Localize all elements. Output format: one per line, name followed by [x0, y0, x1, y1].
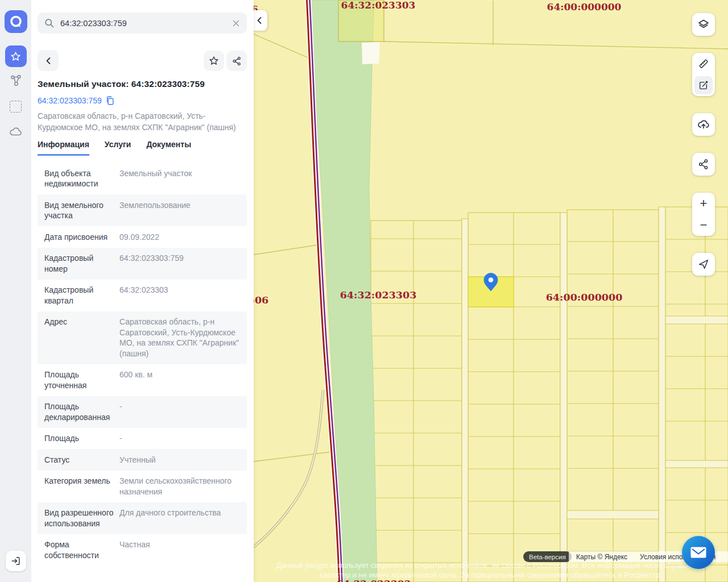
search-icon	[44, 18, 54, 28]
beta-badge: Beta-версия	[523, 551, 572, 562]
info-row: Вид разрешенного использованияДля дачног…	[38, 502, 247, 534]
info-row: Площадь декларированная-	[38, 396, 247, 428]
info-row-value: 09.09.2022	[119, 232, 240, 243]
nspd-logo-icon	[5, 10, 27, 33]
panel-collapse-button[interactable]	[251, 10, 267, 31]
info-row: Площадь уточненная600 кв. м	[38, 364, 247, 396]
copy-icon[interactable]	[106, 96, 114, 105]
chat-button[interactable]	[682, 536, 715, 569]
tab-services[interactable]: Услуги	[105, 140, 131, 156]
ruler-icon	[697, 57, 710, 70]
info-row-label: Кадастровый квартал	[44, 285, 119, 306]
object-address: Саратовская область, р-н Саратовский, Ус…	[38, 110, 242, 133]
info-row: Дата присвоения09.09.2022	[38, 226, 247, 248]
share-object-button[interactable]	[226, 51, 247, 71]
dashed-selection-icon	[10, 101, 22, 113]
edit-icon	[698, 80, 709, 91]
tab-information[interactable]: Информация	[38, 140, 89, 156]
info-row-value: Учтенный	[119, 455, 240, 465]
maps-copyright[interactable]: Карты © Яндекс	[576, 553, 627, 561]
info-row-value: -	[119, 401, 240, 422]
navigation-arrow-icon	[697, 258, 710, 271]
info-row-label: Кадастровый номер	[44, 253, 119, 274]
info-row: Категория земельЗемли сельскохозяйственн…	[38, 471, 247, 502]
layers-icon	[697, 18, 710, 31]
search-input[interactable]	[59, 18, 232, 28]
object-title: Земельный участок: 64:32:023303:759	[38, 79, 247, 89]
quarter-label-mid: 64:32:023303	[340, 289, 417, 301]
layers-button[interactable]	[692, 13, 715, 36]
zoom-in-button[interactable]: +	[692, 193, 715, 214]
chevron-left-icon	[45, 57, 52, 65]
share-icon	[697, 158, 710, 171]
info-row-label: Форма собственности	[44, 539, 119, 560]
plus-icon: +	[700, 197, 708, 210]
info-row-label: Дата присвоения	[44, 232, 119, 243]
locate-button[interactable]	[692, 253, 715, 276]
info-row: Вид объекта недвижимостиЗемельный участо…	[38, 163, 247, 194]
info-row-label: Вид разрешенного использования	[44, 508, 119, 529]
cloud-upload-icon	[697, 118, 710, 131]
info-row: Кадастровый номер64:32:023303:759	[38, 248, 247, 280]
sidebar-item-area-select[interactable]	[5, 98, 27, 115]
sidebar-item-related-objects[interactable]	[5, 72, 27, 89]
clear-search-icon[interactable]	[232, 19, 240, 27]
map-share-button[interactable]	[692, 153, 715, 176]
app-window: 64:32:023303 64:00:000000 06 64:32:02330…	[0, 0, 728, 582]
zoom-out-button[interactable]: −	[692, 214, 715, 236]
info-row-value: Земельный участок	[119, 168, 240, 189]
zone-label: 64:00:000000	[547, 1, 622, 13]
cadastral-map[interactable]: 64:32:023303 64:00:000000 06 64:32:02330…	[254, 0, 728, 582]
info-row-value: 600 кв. м	[119, 369, 240, 390]
info-row-value: Для дачного строительства	[119, 508, 240, 529]
info-row-value: Земли сельскохозяйственного назначения	[119, 476, 240, 497]
object-info-panel: Земельный участок: 64:32:023303:759 64:3…	[31, 0, 254, 582]
info-row-label: Категория земель	[44, 476, 119, 497]
tab-documents[interactable]: Документы	[146, 140, 191, 156]
info-row-label: Статус	[44, 455, 119, 465]
app-sidebar	[0, 0, 31, 582]
back-button[interactable]	[38, 50, 59, 71]
cloud-icon	[9, 125, 23, 138]
envelope-icon	[690, 546, 707, 559]
info-row-label: Площадь декларированная	[44, 401, 119, 422]
info-row: Вид земельного участкаЗемлепользование	[38, 194, 247, 226]
info-row: АдресСаратовская область, р-н Саратовски…	[38, 311, 247, 364]
cadastral-number-link[interactable]: 64:32:023303:759	[38, 96, 102, 105]
sign-in-button[interactable]	[6, 551, 26, 571]
quarter-label: 64:32:023303	[341, 0, 416, 11]
info-row-label: Адрес	[44, 317, 119, 359]
info-row: Площадь-	[38, 428, 247, 450]
search-bar[interactable]	[38, 13, 247, 34]
cadastral-number-link-row: 64:32:023303:759	[38, 96, 114, 105]
info-row-value: 64:32:023303:759	[119, 253, 240, 274]
info-row-label: Площадь уточненная	[44, 369, 119, 390]
quarter-label-left-mid: 506	[254, 294, 268, 306]
share-icon	[231, 56, 242, 66]
info-row-value: Землепользование	[119, 200, 240, 221]
app-logo[interactable]	[5, 10, 27, 33]
molecule-icon	[9, 73, 23, 88]
sidebar-item-cloud[interactable]	[5, 123, 27, 140]
info-row: Кадастровый квартал64:32:023303	[38, 280, 247, 311]
info-row: Форма собственностиЧастная	[38, 534, 247, 566]
zoom-control: + −	[692, 193, 715, 236]
info-row-value: 64:32:023303	[119, 285, 240, 306]
info-row-label: Вид объекта недвижимости	[44, 168, 119, 189]
info-row-value: Саратовская область, р-н Саратовский, Ус…	[119, 317, 240, 359]
info-table: Вид объекта недвижимостиЗемельный участо…	[38, 163, 247, 566]
zone-label-mid: 64:00:000000	[546, 292, 623, 303]
upload-button[interactable]	[692, 113, 715, 136]
ruler-button[interactable]	[692, 53, 715, 74]
sign-in-icon	[10, 555, 22, 567]
chevron-left-icon	[256, 16, 263, 24]
sidebar-item-favorites[interactable]	[5, 45, 27, 67]
info-row-label: Вид земельного участка	[44, 200, 119, 221]
star-icon	[10, 51, 22, 63]
info-row-value: -	[119, 433, 240, 444]
star-icon	[208, 55, 220, 66]
edit-button[interactable]	[692, 74, 715, 96]
favorite-button[interactable]	[204, 51, 224, 71]
info-row: СтатусУчтенный	[38, 449, 247, 471]
tabs: Информация Услуги Документы	[38, 140, 191, 156]
